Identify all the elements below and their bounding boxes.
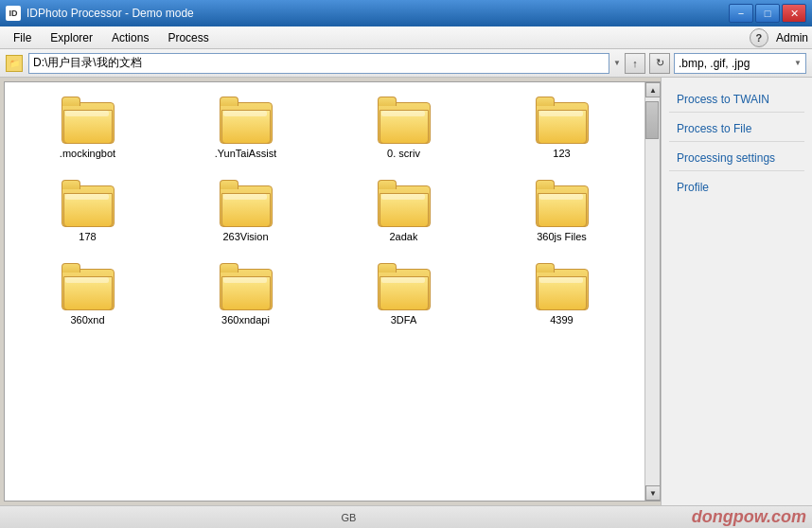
file-label: 0. scriv: [387, 148, 420, 159]
list-item[interactable]: 2adak: [328, 173, 479, 249]
folder-icon: [536, 180, 589, 227]
minimize-button[interactable]: −: [729, 4, 753, 23]
folder-icon: [62, 263, 115, 310]
file-label: 178: [79, 231, 96, 242]
status-bar: GB dongpow.com: [0, 505, 812, 528]
folder-icon: [378, 97, 431, 144]
path-dropdown-arrow[interactable]: ▼: [613, 59, 621, 67]
toolbar: 📁 D:\用户目录\我的文档 ▼ ↑ ↻ .bmp, .gif, .jpg ▼: [0, 49, 812, 78]
app-icon: ID: [6, 6, 21, 21]
folder-icon: [62, 97, 115, 144]
close-button[interactable]: ✕: [782, 4, 806, 23]
filter-box[interactable]: .bmp, .gif, .jpg ▼: [674, 53, 806, 74]
file-label: .mockingbot: [60, 148, 115, 159]
folder-icon: [378, 263, 431, 310]
watermark: dongpow.com: [692, 507, 806, 527]
file-label: 360js Files: [537, 231, 587, 242]
panel-action[interactable]: Profile: [669, 175, 804, 200]
folder-icon: [378, 180, 431, 227]
main-content: .mockingbot .YunTaiAssist 0. scriv 123: [0, 78, 812, 505]
file-browser: .mockingbot .YunTaiAssist 0. scriv 123: [4, 81, 661, 502]
app-title: IDPhoto Processor - Demo mode: [26, 7, 194, 20]
scroll-up-button[interactable]: ▲: [645, 82, 661, 97]
list-item[interactable]: 123: [486, 90, 637, 166]
file-label: 4399: [550, 314, 573, 326]
list-item[interactable]: 263Vision: [170, 173, 321, 249]
menu-process[interactable]: Process: [158, 29, 218, 46]
list-item[interactable]: 3DFA: [328, 256, 479, 332]
list-item[interactable]: 360js Files: [486, 173, 637, 249]
watermark-suffix: .com: [767, 507, 806, 526]
scroll-thumb[interactable]: [645, 101, 659, 139]
list-item[interactable]: 360xndapi: [170, 256, 321, 332]
menu-bar: File Explorer Actions Process ? Admin: [0, 26, 812, 49]
file-label: 2adak: [390, 231, 418, 242]
admin-label: Admin: [776, 31, 808, 44]
scroll-track[interactable]: [645, 97, 660, 485]
right-panel: Process to TWAINProcess to FileProcessin…: [661, 78, 812, 505]
file-label: 123: [553, 148, 570, 159]
scrollbar: ▲ ▼: [644, 82, 660, 501]
file-label: 263Vision: [222, 231, 268, 242]
folder-icon: [220, 180, 273, 227]
maximize-button[interactable]: □: [755, 4, 780, 23]
list-item[interactable]: .YunTaiAssist: [170, 90, 321, 166]
file-grid: .mockingbot .YunTaiAssist 0. scriv 123: [5, 82, 644, 501]
up-button[interactable]: ↑: [625, 53, 645, 74]
folder-icon: [62, 180, 115, 227]
filter-dropdown-arrow: ▼: [794, 59, 802, 67]
file-label: 3DFA: [391, 314, 417, 326]
folder-icon: [536, 97, 589, 144]
menu-file[interactable]: File: [4, 29, 41, 46]
file-label: 360xnd: [70, 314, 104, 326]
filter-text: .bmp, .gif, .jpg: [679, 57, 750, 70]
path-text: D:\用户目录\我的文档: [33, 55, 142, 71]
panel-action[interactable]: Process to File: [669, 116, 804, 142]
folder-icon: [536, 263, 589, 310]
menu-right: ? Admin: [750, 28, 808, 47]
list-item[interactable]: 178: [12, 173, 163, 249]
path-box[interactable]: D:\用户目录\我的文档: [28, 53, 609, 74]
folder-icon: 📁: [6, 55, 23, 72]
menu-items: File Explorer Actions Process: [4, 29, 219, 46]
folder-icon: [220, 97, 273, 144]
list-item[interactable]: 0. scriv: [328, 90, 479, 166]
list-item[interactable]: 360xnd: [12, 256, 163, 332]
list-item[interactable]: .mockingbot: [12, 90, 163, 166]
watermark-text: dongpow: [692, 507, 767, 526]
help-button[interactable]: ?: [750, 28, 768, 47]
scroll-down-button[interactable]: ▼: [645, 485, 661, 501]
file-label: .YunTaiAssist: [215, 148, 276, 159]
menu-actions[interactable]: Actions: [102, 29, 158, 46]
panel-action[interactable]: Processing settings: [669, 146, 804, 171]
window-controls: − □ ✕: [729, 4, 806, 23]
list-item[interactable]: 4399: [486, 256, 637, 332]
title-bar: ID IDPhoto Processor - Demo mode − □ ✕: [0, 0, 812, 26]
folder-icon: [220, 263, 273, 310]
title-bar-left: ID IDPhoto Processor - Demo mode: [6, 6, 194, 21]
menu-explorer[interactable]: Explorer: [41, 29, 102, 46]
file-label: 360xndapi: [221, 314, 270, 326]
refresh-button[interactable]: ↻: [649, 53, 670, 74]
storage-text: GB: [341, 512, 356, 523]
panel-action[interactable]: Process to TWAIN: [669, 87, 804, 113]
